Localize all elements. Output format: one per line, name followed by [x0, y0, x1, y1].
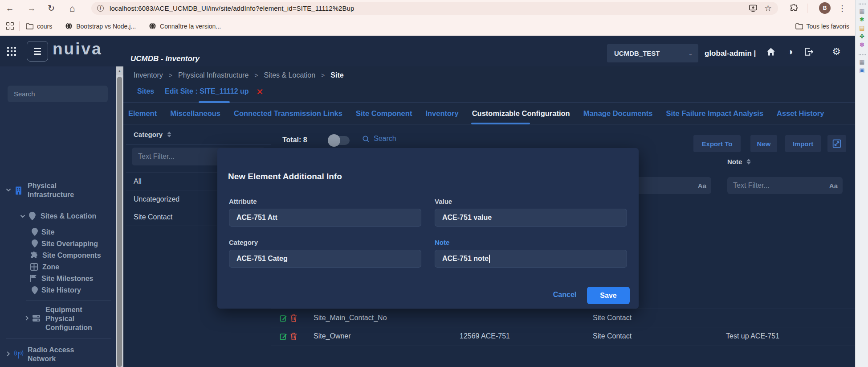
dock-settings-icon[interactable]: ✱ — [860, 16, 864, 22]
table-row[interactable]: Site_Main_Contact_No Site Contact — [271, 309, 855, 327]
delete-row-icon[interactable] — [290, 314, 298, 322]
save-button[interactable]: Save — [587, 287, 630, 304]
category-header[interactable]: Category — [126, 125, 271, 144]
extensions-puzzle-icon[interactable] — [790, 4, 798, 12]
breadcrumb-site: Site — [330, 71, 343, 79]
browser-toolbar: ← → ↻ ⌂ i localhost:6083/ACE_UCMDB_UI/in… — [0, 0, 868, 16]
table-row[interactable]: Site_Owner 12569 ACE-751 Site Contact Te… — [271, 327, 855, 346]
chevron-right-icon[interactable] — [5, 351, 12, 357]
note-field[interactable]: ACE-751 note — [435, 250, 627, 268]
breadcrumb-inventory[interactable]: Inventory — [134, 71, 163, 79]
contrast-theme-icon[interactable]: ◑ — [785, 46, 795, 57]
bookmark-connaitre-version[interactable]: Connaître la version... — [149, 22, 221, 30]
value-label: Value — [435, 198, 452, 205]
browser-refresh-icon[interactable]: ↻ — [45, 0, 57, 16]
category-field[interactable]: ACE-751 Categ — [229, 250, 421, 268]
location-pin-icon — [32, 228, 38, 236]
tab-element[interactable]: Element — [128, 109, 157, 118]
note-column-filter-input[interactable]: Text Filter... Aa — [727, 177, 843, 194]
browser-menu-kebab-icon[interactable]: ⋮ — [836, 0, 848, 16]
chevron-down-icon[interactable] — [5, 187, 12, 193]
breadcrumb-physical-infrastructure[interactable]: Physical Infrastructure — [178, 71, 249, 79]
browser-forward-icon[interactable]: → — [25, 0, 38, 16]
tab-inventory[interactable]: Inventory — [425, 109, 458, 118]
gear-icon[interactable]: ⚙ — [831, 46, 842, 57]
puzzle-icon — [30, 252, 38, 259]
tab-site-component[interactable]: Site Component — [356, 109, 412, 118]
match-case-toggle[interactable]: Aa — [698, 182, 706, 190]
chevron-down-icon[interactable] — [20, 213, 26, 219]
address-bar[interactable]: i localhost:6083/ACE_UCMDB_UI/inv/site/a… — [91, 2, 778, 15]
dock-layers-icon[interactable]: ▦ — [859, 59, 864, 65]
new-button[interactable]: New — [750, 135, 777, 152]
close-tab-icon[interactable]: ✕ — [256, 87, 264, 97]
dock-people-icon[interactable]: ✽ — [860, 42, 864, 48]
tenant-select[interactable]: UCMDB_TEST ⌄ — [607, 44, 698, 62]
scrollbar-thumb[interactable] — [117, 77, 122, 367]
bookmark-star-icon[interactable]: ☆ — [764, 3, 772, 13]
match-case-toggle[interactable]: Aa — [829, 182, 838, 190]
import-button[interactable]: Import — [785, 135, 821, 152]
dock-window-icon[interactable]: ▣ — [859, 67, 864, 73]
export-to-button[interactable]: Export To — [693, 135, 741, 152]
document-tabs: Sites Edit Site : SITE_11112 up ✕ — [123, 83, 855, 103]
sidebar-scrollbar[interactable]: ▲ — [116, 66, 123, 367]
profile-avatar[interactable]: B — [819, 2, 831, 14]
table-search[interactable]: Search — [362, 135, 396, 143]
view-toggle[interactable] — [329, 136, 350, 145]
bookmark-cours[interactable]: cours — [26, 23, 52, 30]
edit-row-icon[interactable] — [280, 314, 287, 322]
toggle-knob[interactable] — [328, 134, 340, 147]
dock-copy-icon[interactable]: ▤ — [859, 25, 864, 31]
breadcrumb-separator: > — [254, 72, 258, 79]
new-element-additional-info-dialog: New Element Additional Info Attribute Va… — [217, 148, 639, 309]
dock-drag-handle[interactable] — [859, 4, 866, 5]
total-count-label: Total: 8 — [282, 136, 307, 144]
bookmarks-bar: cours Bootstrap vs Node.j... Connaître l… — [0, 16, 868, 36]
browser-home-icon[interactable]: ⌂ — [66, 0, 78, 16]
edit-row-icon[interactable] — [280, 333, 287, 340]
url-text[interactable]: localhost:6083/ACE_UCMDB_UI/inv/site/add… — [110, 4, 355, 12]
location-pin-icon — [29, 212, 36, 220]
cancel-button[interactable]: Cancel — [549, 291, 580, 299]
dock-windows-icon[interactable]: ▦ — [859, 8, 864, 14]
logout-icon[interactable] — [803, 46, 814, 57]
scrollbar-up-arrow[interactable]: ▲ — [116, 66, 123, 75]
breadcrumb-sites-location[interactable]: Sites & Location — [264, 71, 315, 79]
delete-row-icon[interactable] — [290, 333, 298, 340]
site-info-icon[interactable]: i — [97, 5, 104, 12]
tab-manage-documents[interactable]: Manage Documents — [583, 109, 653, 118]
sort-icon[interactable] — [167, 132, 171, 137]
sort-icon[interactable] — [746, 159, 751, 165]
tab-miscellaneous[interactable]: Miscellaneous — [170, 109, 220, 118]
location-pin-icon — [32, 239, 38, 247]
apps-grid-icon[interactable] — [6, 22, 14, 30]
value-field[interactable]: ACE-751 value — [435, 209, 627, 227]
tab-edit-site[interactable]: Edit Site : SITE_11112 up — [165, 87, 249, 95]
home-icon[interactable] — [766, 46, 776, 57]
expand-fullscreen-icon[interactable] — [827, 135, 846, 152]
dock-tree-icon[interactable]: ✤ — [860, 33, 864, 39]
breadcrumb-separator: > — [169, 72, 172, 79]
sidebar-search-input[interactable] — [8, 86, 108, 102]
screen: ← → ↻ ⌂ i localhost:6083/ACE_UCMDB_UI/in… — [0, 0, 868, 367]
dock-drag-handle[interactable] — [859, 54, 866, 56]
tab-asset-history[interactable]: Asset History — [777, 109, 824, 118]
column-header-note[interactable]: Note — [727, 158, 751, 165]
attribute-field[interactable]: ACE-751 Att — [229, 209, 421, 227]
tab-site-failure-impact-analysis[interactable]: Site Failure Impact Analysis — [666, 109, 764, 118]
browser-back-icon[interactable]: ← — [4, 0, 16, 16]
install-app-icon[interactable] — [749, 4, 757, 12]
hamburger-menu-button[interactable] — [27, 41, 48, 62]
app-launcher-grid-icon[interactable] — [6, 46, 16, 56]
all-favorites[interactable]: Tous les favoris — [795, 23, 849, 30]
breadcrumb-separator: > — [321, 72, 325, 79]
chevron-right-icon[interactable] — [24, 315, 30, 322]
bookmark-bootstrap-vs-node[interactable]: Bootstrap vs Node.j... — [65, 22, 136, 30]
breadcrumb: Inventory > Physical Infrastructure > Si… — [134, 70, 344, 81]
toolbar-divider — [807, 4, 807, 13]
attribute-label: Attribute — [229, 198, 257, 205]
tab-customizable-configuration[interactable]: Customizable Configuration — [472, 109, 570, 118]
tab-connected-transmission-links[interactable]: Connected Transmission Links — [234, 109, 342, 118]
tab-sites[interactable]: Sites — [137, 87, 154, 95]
